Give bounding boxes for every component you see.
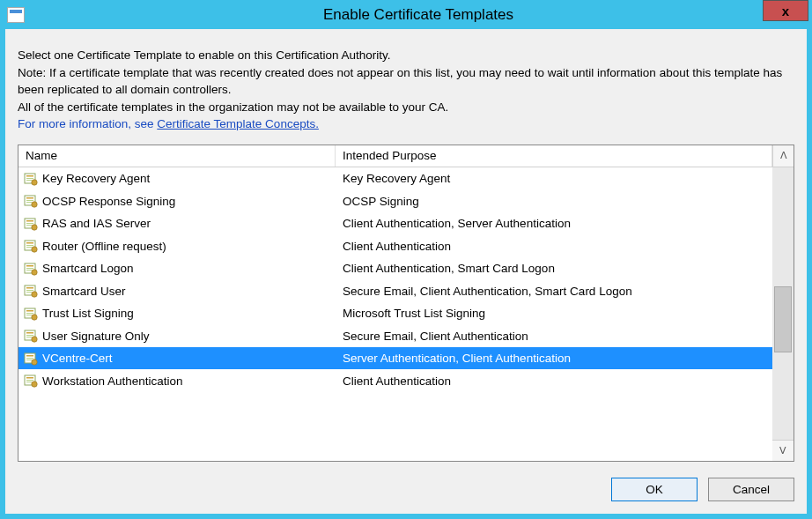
cancel-button[interactable]: Cancel (708, 478, 794, 501)
table-row[interactable]: Workstation AuthenticationClient Authent… (18, 369, 772, 392)
svg-point-34 (32, 314, 37, 319)
certificate-template-icon (24, 374, 38, 388)
cell-name: Smartcard User (18, 284, 336, 298)
template-name-label: Workstation Authentication (42, 374, 183, 388)
svg-rect-7 (26, 200, 33, 201)
cell-name: OCSP Response Signing (18, 194, 336, 208)
template-name-label: User Signature Only (42, 330, 150, 343)
scrollbar-track[interactable] (772, 167, 794, 440)
dialog-window: Enable Certificate Templates x Select on… (0, 0, 812, 519)
listview-header: Name Intended Purpose ᐱ (18, 145, 794, 167)
template-listview[interactable]: Name Intended Purpose ᐱ Key Recovery Age… (18, 145, 794, 462)
certificate-template-icon (24, 239, 38, 253)
svg-rect-8 (26, 202, 32, 203)
table-row[interactable]: Key Recovery AgentKey Recovery Agent (18, 167, 772, 190)
template-name-label: OCSP Response Signing (42, 195, 175, 208)
cell-name: User Signature Only (18, 329, 336, 343)
template-name-label: RAS and IAS Server (42, 217, 151, 230)
app-icon (7, 7, 25, 23)
certificate-template-icon (24, 307, 38, 321)
cell-purpose: Client Authentication, Server Authentica… (336, 217, 772, 230)
svg-rect-33 (26, 315, 32, 315)
instructions-line3: All of the certificate templates in the … (18, 99, 794, 116)
svg-rect-12 (26, 223, 33, 224)
svg-rect-32 (26, 313, 33, 314)
dialog-client-area: Select one Certificate Template to enabl… (5, 29, 807, 514)
cell-purpose: Client Authentication, Smart Card Logon (336, 262, 772, 275)
svg-rect-13 (26, 225, 32, 226)
close-button[interactable]: x (763, 0, 808, 21)
table-row[interactable]: VCentre-CertServer Authentication, Clien… (18, 347, 772, 370)
window-title: Enable Certificate Templates (25, 6, 812, 24)
svg-rect-21 (26, 265, 33, 267)
svg-rect-16 (26, 242, 33, 244)
template-name-label: VCentre-Cert (42, 352, 113, 365)
svg-rect-1 (26, 175, 33, 177)
chevron-down-icon: ᐯ (779, 445, 786, 456)
instructions-line2: Note: If a certificate template that was… (18, 64, 794, 99)
svg-rect-43 (26, 360, 32, 360)
vertical-scrollbar[interactable]: ᐯ (772, 167, 794, 461)
column-header-purpose[interactable]: Intended Purpose (336, 145, 772, 167)
cell-name: Key Recovery Agent (18, 172, 336, 186)
svg-point-29 (32, 292, 37, 297)
template-name-label: Key Recovery Agent (42, 172, 150, 185)
svg-point-9 (32, 202, 37, 207)
svg-rect-27 (26, 290, 33, 291)
cell-name: Router (Offline request) (18, 239, 336, 253)
cell-purpose: Client Authentication (336, 240, 772, 253)
cell-name: VCentre-Cert (18, 352, 336, 366)
cell-name: Workstation Authentication (18, 374, 336, 388)
certificate-template-icon (24, 352, 38, 366)
svg-rect-6 (26, 197, 33, 199)
scrollbar-thumb[interactable] (774, 286, 792, 352)
table-row[interactable]: User Signature OnlySecure Email, Client … (18, 324, 772, 347)
svg-rect-42 (26, 358, 33, 359)
cell-purpose: Key Recovery Agent (336, 172, 772, 185)
svg-rect-2 (26, 178, 33, 179)
column-header-name[interactable]: Name (18, 145, 336, 167)
svg-rect-11 (26, 220, 33, 222)
table-row[interactable]: Trust List SigningMicrosoft Trust List S… (18, 302, 772, 325)
svg-rect-22 (26, 268, 33, 269)
certificate-template-icon (24, 262, 38, 276)
table-row[interactable]: OCSP Response SigningOCSP Signing (18, 189, 772, 212)
cell-purpose: Secure Email, Client Authentication (336, 330, 772, 343)
instructions-text: Select one Certificate Template to enabl… (18, 47, 794, 133)
table-row[interactable]: Router (Offline request)Client Authentic… (18, 234, 772, 257)
ok-button[interactable]: OK (611, 478, 698, 501)
more-info-link[interactable]: Certificate Template Concepts. (157, 117, 319, 130)
cell-purpose: Secure Email, Client Authentication, Sma… (336, 285, 772, 298)
svg-rect-17 (26, 245, 33, 246)
template-name-label: Router (Offline request) (42, 240, 166, 253)
certificate-template-icon (24, 194, 38, 208)
scroll-up-button[interactable]: ᐱ (772, 145, 794, 167)
svg-point-49 (32, 382, 37, 387)
listview-body: Key Recovery AgentKey Recovery AgentOCSP… (18, 167, 794, 461)
svg-rect-3 (26, 180, 32, 181)
cell-purpose: Server Authentication, Client Authentica… (336, 352, 772, 365)
table-row[interactable]: RAS and IAS ServerClient Authentication,… (18, 212, 772, 235)
certificate-template-icon (24, 284, 38, 298)
table-row[interactable]: Smartcard LogonClient Authentication, Sm… (18, 257, 772, 280)
svg-rect-47 (26, 380, 33, 381)
svg-point-44 (32, 359, 37, 364)
table-row[interactable]: Smartcard UserSecure Email, Client Authe… (18, 279, 772, 302)
instructions-line1: Select one Certificate Template to enabl… (18, 47, 794, 64)
svg-rect-41 (26, 355, 33, 357)
titlebar[interactable]: Enable Certificate Templates x (0, 0, 812, 29)
cell-name: Smartcard Logon (18, 262, 336, 276)
close-icon: x (782, 4, 789, 19)
svg-rect-28 (26, 292, 32, 293)
template-name-label: Smartcard Logon (42, 262, 134, 275)
svg-rect-23 (26, 270, 32, 271)
svg-rect-46 (26, 377, 33, 379)
svg-point-19 (32, 247, 37, 252)
svg-rect-37 (26, 335, 33, 336)
svg-point-39 (32, 337, 37, 342)
svg-rect-26 (26, 287, 33, 289)
svg-rect-31 (26, 310, 33, 312)
scroll-down-button[interactable]: ᐯ (772, 440, 794, 461)
cell-purpose: Microsoft Trust List Signing (336, 307, 772, 320)
listview-rows: Key Recovery AgentKey Recovery AgentOCSP… (18, 167, 772, 461)
